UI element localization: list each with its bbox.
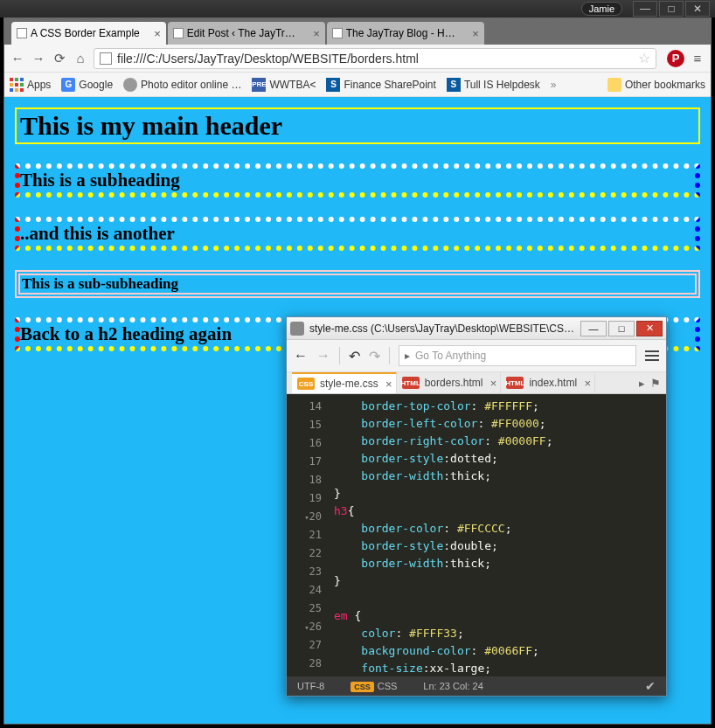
apps-icon [10,78,24,92]
close-button[interactable]: ✕ [636,321,663,336]
editor-tab-active[interactable]: CSS style-me.css × [292,372,397,393]
forward-icon[interactable]: → [316,348,330,364]
chevron-icon[interactable]: ▸ [639,377,645,390]
goto-input[interactable]: ▸ Go To Anything [399,345,636,366]
html-badge-icon: HTML [506,377,524,389]
star-icon[interactable]: ☆ [638,50,650,66]
editor-tab[interactable]: HTML index.html × [501,372,595,393]
sharepoint-icon: S [447,78,461,92]
doc-icon [100,52,112,65]
page-h3: This is a sub-subheading [15,270,700,298]
minimize-button[interactable]: — [633,1,657,17]
folder-icon [607,78,621,92]
editor-tabs: CSS style-me.css × HTML borders.html × H… [287,371,666,394]
app-icon [290,322,304,336]
editor-toolbar: ← → ↶ ↷ ▸ Go To Anything [287,340,666,371]
tab-label: The JayTray Blog - Helpin… [346,27,458,39]
editor-tab-label: style-me.css [320,378,378,390]
editor-title: style-me.css (C:\Users\JayTray\Desktop\W… [309,322,579,335]
google-icon: G [61,78,75,92]
back-icon[interactable]: ← [10,51,25,66]
hamburger-icon[interactable] [645,350,659,361]
minimize-button[interactable]: — [580,321,607,336]
maximize-button[interactable]: □ [608,321,635,336]
os-user-badge[interactable]: Jamie [581,2,622,16]
redo-icon[interactable]: ↷ [369,348,380,364]
site-icon [123,78,137,92]
close-icon[interactable]: × [154,27,161,40]
editor-titlebar[interactable]: style-me.css (C:\Users\JayTray\Desktop\W… [287,317,666,340]
editor-tab-label: index.html [529,377,577,389]
favicon-icon [173,28,184,38]
url-text: file:///C:/Users/JayTray/Desktop/WEBSITE… [117,52,419,66]
editor-tab-label: borders.html [425,377,483,389]
line-gutter: 14 15 16 17 18 19 ▾20 21 22 23 24 25 ▾26… [287,394,327,676]
forward-icon[interactable]: → [31,51,46,66]
status-position: Ln: 23 Col: 24 [423,681,483,691]
close-button[interactable]: ✕ [685,1,710,17]
close-icon[interactable]: × [490,377,497,390]
page-h1: This is my main header [15,107,700,144]
code-text[interactable]: border-top-color: #FFFFFF; border-left-c… [327,394,666,676]
browser-toolbar: ← → ⟳ ⌂ file:///C:/Users/JayTray/Desktop… [4,45,711,73]
pin-icon[interactable]: ⚑ [650,377,661,390]
other-bookmarks[interactable]: Other bookmarks [607,78,705,92]
sharepoint-icon: S [326,78,340,92]
page-h2: ..and this is another [15,217,700,251]
close-icon[interactable]: × [585,377,592,390]
status-bar: UTF-8 CSSCSS Ln: 23 Col: 24 ✔ [287,676,666,696]
bookmark-tull[interactable]: STull IS Helpdesk [447,78,540,92]
editor-window: style-me.css (C:\Users\JayTray\Desktop\W… [286,316,667,697]
bookmarks-bar: Apps GGoogle Photo editor online … PREWW… [4,73,711,97]
status-lang: CSSCSS [351,681,397,691]
favicon-icon [332,28,343,38]
reload-icon[interactable]: ⟳ [52,51,67,66]
page-h2: This is a subheading [15,163,700,198]
pinterest-icon[interactable]: P [667,50,684,67]
undo-icon[interactable]: ↶ [349,348,360,364]
favicon-icon [17,28,27,38]
tab-label: Edit Post ‹ The JayTray Blo… [187,27,299,39]
browser-tab[interactable]: The JayTray Blog - Helpin… × [327,22,484,45]
bookmark-photo[interactable]: Photo editor online … [123,78,241,92]
menu-icon[interactable]: ≡ [690,51,705,66]
bookmark-google[interactable]: GGoogle [61,78,113,92]
bookmark-wwtba[interactable]: PREWWTBA< [252,78,316,92]
tab-strip: A CSS Border Example × Edit Post ‹ The J… [4,18,711,45]
site-icon: PRE [252,78,266,92]
back-icon[interactable]: ← [294,348,308,364]
browser-tab-active[interactable]: A CSS Border Example × [11,22,166,45]
close-icon[interactable]: × [472,27,479,40]
tab-label: A CSS Border Example [31,27,140,39]
chevron-icon[interactable]: » [551,79,557,91]
goto-placeholder: Go To Anything [415,350,486,362]
separator [339,347,340,364]
separator [389,347,390,364]
bookmark-finance[interactable]: SFinance SharePoint [326,78,435,92]
check-icon[interactable]: ✔ [645,679,656,693]
maximize-button[interactable]: □ [659,1,684,17]
close-icon[interactable]: × [385,378,392,391]
caret-icon: ▸ [405,350,410,362]
code-area[interactable]: 14 15 16 17 18 19 ▾20 21 22 23 24 25 ▾26… [287,394,666,676]
html-badge-icon: HTML [402,377,420,389]
editor-tab[interactable]: HTML borders.html × [397,372,502,393]
status-encoding: UTF-8 [297,681,324,691]
bookmark-apps[interactable]: Apps [10,78,51,92]
css-badge-icon: CSS [297,378,315,390]
address-bar[interactable]: file:///C:/Users/JayTray/Desktop/WEBSITE… [94,48,656,69]
close-icon[interactable]: × [313,27,320,40]
browser-tab[interactable]: Edit Post ‹ The JayTray Blo… × [168,22,325,45]
os-titlebar: Jamie — □ ✕ [0,0,715,17]
home-icon[interactable]: ⌂ [73,51,88,66]
